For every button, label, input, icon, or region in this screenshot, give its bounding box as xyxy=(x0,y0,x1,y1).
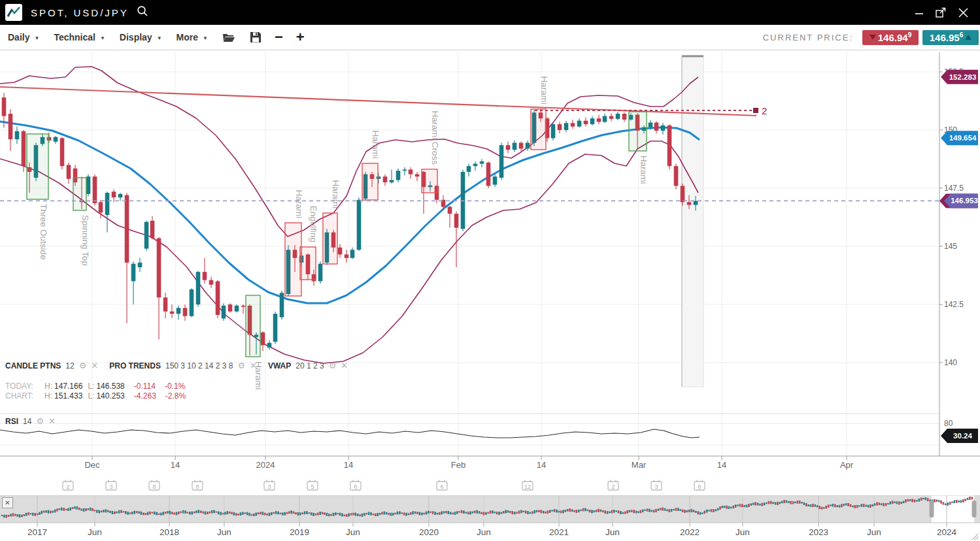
svg-text:2020: 2020 xyxy=(419,527,439,537)
gear-icon[interactable]: ⚙ xyxy=(36,418,44,425)
bollinger-upper-line xyxy=(0,67,698,237)
buy-price-badge[interactable]: 146.956 xyxy=(922,30,979,45)
svg-text:14: 14 xyxy=(171,460,180,470)
pattern-label: Harami Cross xyxy=(430,110,440,165)
open-folder-icon[interactable] xyxy=(222,32,235,43)
close-icon[interactable] xyxy=(958,8,968,18)
svg-text:152.283: 152.283 xyxy=(949,73,977,81)
indicator-params: 14 xyxy=(23,417,31,426)
price-chart[interactable]: 2Three OutsideSpinning TopHaramiHaramiEn… xyxy=(0,50,980,495)
sell-price-badge[interactable]: 146.949 xyxy=(862,30,919,45)
chevron-down-icon: ▼ xyxy=(203,34,208,41)
titlebar: SPOT, USD/JPY xyxy=(0,0,980,25)
svg-text:2024: 2024 xyxy=(256,460,275,470)
svg-text:2: 2 xyxy=(66,484,69,490)
indicator-params: 150 3 10 2 14 2 3 8 xyxy=(165,361,233,370)
chevron-down-icon: ▼ xyxy=(157,34,162,41)
svg-text:2018: 2018 xyxy=(160,527,179,537)
date-axis: Dec14202414Feb14Mar14Apr xyxy=(84,456,853,470)
indicator-name: VWAP xyxy=(268,361,291,370)
indicator-params: 12 xyxy=(65,361,74,370)
navigator-handle-right[interactable] xyxy=(972,500,977,517)
candles-layer xyxy=(2,93,698,355)
pattern-label: Engulfing xyxy=(309,206,318,242)
close-icon[interactable]: ✕ xyxy=(341,362,348,370)
pattern-box xyxy=(323,213,337,264)
svg-text:2023: 2023 xyxy=(809,527,828,537)
svg-text:147.5: 147.5 xyxy=(944,184,964,193)
svg-text:Apr: Apr xyxy=(840,460,854,470)
svg-text:2017: 2017 xyxy=(27,527,47,537)
trading-app-window: SPOT, USD/JPY Daily ▼ xyxy=(0,0,980,541)
svg-text:2019: 2019 xyxy=(290,527,309,537)
chevron-down-icon: ▼ xyxy=(100,34,105,41)
svg-text:14: 14 xyxy=(537,460,546,470)
indicator-pro-trends: PRO TRENDS 150 3 10 2 14 2 3 8 ⚙ ✕ xyxy=(109,361,257,370)
svg-text:Jun: Jun xyxy=(88,527,102,537)
current-price-label: CURRENT PRICE: xyxy=(763,33,853,42)
navigator-background xyxy=(0,495,980,523)
pattern-label: Spinning Top xyxy=(80,215,90,266)
indicator-name: PRO TRENDS xyxy=(109,361,161,370)
navigator-axis: 2017Jun2018Jun2019Jun2020Jun2021Jun2022J… xyxy=(27,523,957,537)
svg-text:Jun: Jun xyxy=(346,527,360,537)
indicator-name: RSI xyxy=(5,417,18,426)
svg-text:140: 140 xyxy=(944,358,957,367)
svg-text:149.654: 149.654 xyxy=(949,134,977,142)
pattern-box xyxy=(422,169,437,193)
save-icon[interactable] xyxy=(250,31,262,43)
menu-technical[interactable]: Technical ▼ xyxy=(54,32,105,42)
gear-icon[interactable]: ⚙ xyxy=(237,362,245,370)
pattern-box xyxy=(246,295,260,357)
indicator-params: 20 1 2 3 xyxy=(296,361,324,370)
indicator-name: CANDLE PTNS xyxy=(5,361,61,370)
menu-more[interactable]: More ▼ xyxy=(177,32,208,42)
svg-text:146.953: 146.953 xyxy=(951,197,978,205)
zoom-in-button[interactable]: + xyxy=(296,31,305,44)
bollinger-lower-line xyxy=(0,141,698,363)
svg-text:14: 14 xyxy=(717,460,726,470)
svg-text:8: 8 xyxy=(195,484,199,490)
svg-text:2022: 2022 xyxy=(680,527,700,537)
pattern-box xyxy=(73,178,86,210)
gear-icon[interactable]: ⚙ xyxy=(79,362,87,370)
navigator-close-button[interactable]: ✕ xyxy=(2,497,13,508)
svg-text:5: 5 xyxy=(311,484,314,490)
vwap-line xyxy=(0,122,700,303)
svg-text:2024: 2024 xyxy=(937,527,957,537)
svg-text:14: 14 xyxy=(344,460,353,470)
close-icon[interactable]: ✕ xyxy=(48,418,56,425)
chart-stats-row: CHART: H:151.433 L:140.253 -4.263 -2.8% xyxy=(5,391,186,401)
svg-text:3: 3 xyxy=(654,484,658,490)
symbol-title: SPOT, USD/JPY xyxy=(31,7,129,18)
search-icon[interactable] xyxy=(137,5,148,20)
rsi-line xyxy=(0,429,700,438)
toolbar: Daily ▼ Technical ▼ Display ▼ More ▼ xyxy=(0,25,980,50)
navigator-handle-left[interactable] xyxy=(930,500,934,517)
close-icon[interactable]: ✕ xyxy=(91,362,98,370)
pattern-label: Three Outside xyxy=(39,204,48,260)
svg-text:Dec: Dec xyxy=(84,460,100,470)
svg-text:Feb: Feb xyxy=(451,460,465,470)
popout-window-button[interactable] xyxy=(936,7,947,18)
gear-icon[interactable]: ⚙ xyxy=(329,362,337,370)
zoom-out-button[interactable]: − xyxy=(275,31,283,44)
arrow-down-icon xyxy=(870,35,876,40)
resize-grip[interactable] xyxy=(972,534,978,540)
menu-daily[interactable]: Daily ▼ xyxy=(8,32,39,42)
indicator-vwap: VWAP 20 1 2 3 ⚙ ✕ xyxy=(268,361,348,370)
trendline-layer[interactable]: 2 xyxy=(0,87,767,116)
today-stats-row: TODAY: H:147.166 L:146.538 -0.114 -0.1% xyxy=(5,382,185,391)
navigator[interactable]: 2017Jun2018Jun2019Jun2020Jun2021Jun2022J… xyxy=(0,495,980,541)
svg-text:Jun: Jun xyxy=(605,527,620,537)
close-icon[interactable]: ✕ xyxy=(250,362,257,370)
svg-text:145: 145 xyxy=(944,242,957,251)
trendline-label: 2 xyxy=(762,105,767,116)
indicator-legend-bar: CANDLE PTNS 12 ⚙ ✕ PRO TRENDS 150 3 10 2… xyxy=(5,361,359,370)
pattern-box xyxy=(531,109,546,150)
pattern-box xyxy=(285,223,301,296)
menu-display[interactable]: Display ▼ xyxy=(120,32,162,42)
minimize-button[interactable] xyxy=(915,8,924,17)
calendar-badges: 2388356612236 xyxy=(63,480,705,491)
svg-text:8: 8 xyxy=(152,484,156,490)
